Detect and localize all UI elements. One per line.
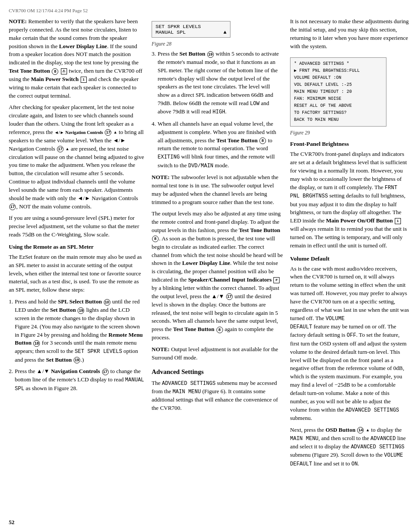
step2: 2. Press the ▲/▼ Navigation Controls 17 … (9, 367, 145, 393)
adv-lcd-box: * ADVANCED SETTINGS * ▶ FRNT PNL BRGHTNE… (290, 57, 386, 127)
test-tone-btn4-ref: Test Tone Button (216, 137, 258, 144)
nav-left-right-ref: ◄/► Navigation Controls (54, 130, 103, 136)
adv-lcd-line1: ▶ FRNT PNL BRGHTNESS:FULL (294, 67, 383, 74)
page-header: CVR700 OM 12/17/04 4:24 PM Page 52 (9, 8, 409, 13)
btn-17b-icon: 17 (57, 146, 64, 152)
btn-10-icon: 10 (104, 299, 110, 306)
speaker-channel-ref: Speaker/Channel Input Indicators (188, 276, 272, 283)
advanced-settings-mono3: ADVANCED SETTINGS (351, 444, 404, 450)
nav-controls-ref: Navigation Controls (51, 368, 100, 374)
btn-19b-icon: 19 (74, 357, 80, 363)
adv-lcd-title: * ADVANCED SETTINGS * (294, 60, 383, 67)
adv-lcd-line2: VOLUME DEFAULT :ON (294, 74, 383, 81)
intro-para: It is not necessary to make these adjust… (290, 18, 409, 50)
btn-f-icon: F (273, 277, 280, 283)
btn-18-icon: 18 (33, 340, 40, 347)
adv-lcd-wrapper: * ADVANCED SETTINGS * ▶ FRNT PNL BRGHTNE… (290, 54, 409, 128)
test-tone-btn6-ref: Test Tone Button (173, 326, 214, 332)
header-text: CVR700 OM 12/17/04 4:24 PM Page 52 (9, 8, 88, 13)
lcd-arrow: ▲ (223, 29, 227, 35)
figure29-label: Figure 29 (290, 130, 409, 135)
btn-1b-icon: 1 (395, 218, 401, 224)
step4-num: 4. (152, 120, 156, 170)
vol-default-para: As is the case with most audio/video rec… (290, 265, 409, 423)
front-panel-heading: Front-Panel Brightness (290, 141, 409, 148)
step1: 1. Press and hold the SPL Select Button … (9, 298, 145, 364)
btn-19c-icon: 19 (207, 51, 214, 58)
step3-num: 3. (152, 50, 156, 116)
btn-8f-icon: 8 (216, 327, 223, 333)
lcd-figure28-wrapper: SET SPKR LEVELS MANUAL SPL ▲ (152, 18, 283, 39)
spl-para: The EzSet feature on the main remote may… (9, 253, 145, 294)
spl-select-btn-ref: SPL Select Button (58, 298, 102, 305)
step4-content: When all channels have an equal volume l… (158, 120, 283, 170)
page-container: CVR700 OM 12/17/04 4:24 PM Page 52 NOTE:… (0, 0, 418, 532)
main-menu-mono2: MAIN MENU (290, 436, 319, 442)
note1: NOTE: The subwoofer level is not adjusta… (152, 173, 283, 206)
lcd-display-figure28: SET SPKR LEVELS MANUAL SPL ▲ (152, 21, 230, 38)
btn-14-icon: 14 (357, 427, 364, 433)
step3-content: Press the Set Button 19 within 5 seconds… (158, 50, 283, 116)
para2: After checking for speaker placement, le… (9, 103, 145, 211)
note1-text: The subwoofer level is not adjustable wh… (152, 174, 278, 205)
warning2-icon: ▲ (366, 428, 370, 432)
note2: NOTE: Output level adjustment is not ava… (152, 345, 283, 362)
osd-button-ref: OSD Button (326, 426, 355, 433)
adv-lcd-line5: FAN: MINIMUM NOISE (294, 95, 383, 102)
main-menu-mono-inline: MAIN MENU (173, 389, 201, 395)
btn-8d-icon: 8 (259, 137, 266, 144)
step1-content: Press and hold the SPL Select Button 10 … (15, 298, 145, 364)
high-mono: HIGH (213, 109, 225, 115)
btn-8-icon: 8 (52, 68, 58, 75)
figure28-label: Figure 28 (152, 41, 283, 46)
main-power-on-off-ref: Main Power On/Off Button (326, 217, 393, 224)
advanced-mono: ADVANCED (371, 436, 396, 442)
btn-17e-icon: 17 (226, 293, 233, 300)
exiting-mono: EXITING (158, 154, 180, 160)
adv-para: The ADVANCED SETTINGS submenu may be acc… (152, 379, 283, 412)
dvd-main-mono: DVD/MAIN (188, 163, 213, 169)
lcd-line1: SET SPKR LEVELS (156, 24, 227, 29)
set-btn2-ref: Set Button (46, 356, 72, 363)
step1-num: 1. (9, 298, 13, 364)
note1-bold: NOTE: (152, 174, 170, 180)
adv-lcd-line4: MAIN MENU TIMEOUT : 20 (294, 88, 383, 95)
para3: If you are using a sound-pressure level … (9, 214, 145, 239)
step3: 3. Press the Set Button 19 within 5 seco… (152, 50, 283, 116)
set-button-ref: Set Button (50, 307, 76, 313)
adv-lcd-line3: VOL DEFAULT LEVEL :-25 (294, 81, 383, 88)
set-spkr-levels-mono: SET SPKR LEVELS (75, 349, 122, 355)
col-right: It is not necessary to make these adjust… (290, 18, 409, 472)
spl-section-heading: Using the Remote as an SPL Meter (9, 243, 145, 250)
front-panel-para: The CVR700's front-panel displays and in… (290, 150, 409, 250)
triangle-icon: ▲ (113, 130, 117, 134)
off-mono: OFF (347, 332, 356, 338)
col-left: NOTE: Remember to verify that the speake… (9, 18, 145, 472)
step2-num: 2. (9, 367, 13, 393)
low-mono: LOW (250, 101, 260, 107)
adv-lcd-line7: TO FACTORY SETTINGS? (294, 109, 383, 116)
note2-bold: NOTE: (152, 346, 170, 352)
btn-1-icon: 1 (81, 77, 87, 83)
test-tone-button-ref: Test Tone Button (9, 67, 50, 74)
step2-content: Press the ▲/▼ Navigation Controls 17 to … (15, 367, 145, 393)
volume-default-heading: Volume Default (290, 255, 409, 262)
adv-settings-heading: Advanced Settings (152, 368, 283, 376)
next-para: Next, press the OSD Button 14 ▲ to displ… (290, 426, 409, 468)
page-number: 52 (9, 519, 14, 526)
note-bold: NOTE: (9, 18, 27, 25)
btn-19-icon: 19 (78, 307, 84, 314)
btn-17-icon: 17 (105, 129, 111, 136)
adv-settings-mono-inline: ADVANCED SETTINGS (162, 381, 215, 387)
adv-lcd-line6: RESET ALL OF THE ABOVE (294, 102, 383, 109)
lower-display-line2-ref: Lower Display Line (182, 260, 230, 266)
main-power-switch-ref: Main Power Switch (31, 76, 79, 82)
lcd-line2: MANUAL SPL (156, 29, 186, 35)
lcd-line2-row: MANUAL SPL ▲ (156, 29, 227, 35)
lower-display-line-ref: Lower Display Line (59, 43, 107, 49)
triangle-icon2: ▲ (65, 147, 69, 151)
columns: NOTE: Remember to verify that the speake… (9, 18, 409, 472)
step4: 4. When all channels have an equal volum… (152, 120, 283, 170)
note-para: NOTE: Remember to verify that the speake… (9, 18, 145, 100)
on-mono: ON (351, 461, 358, 467)
